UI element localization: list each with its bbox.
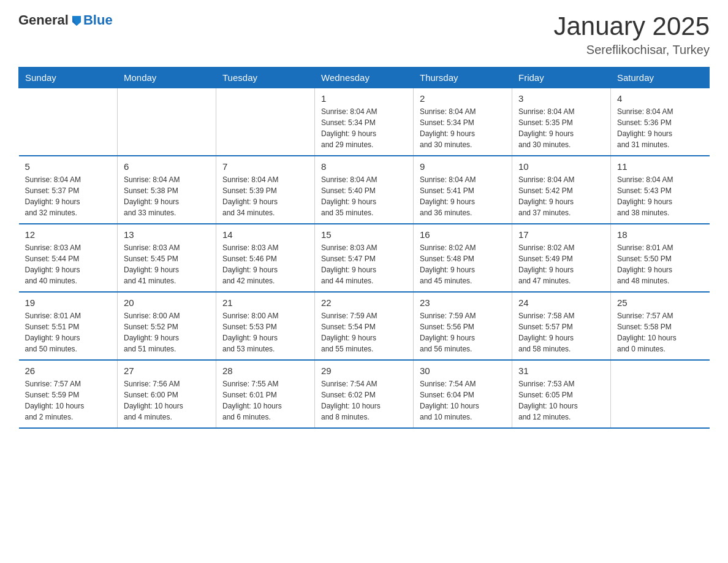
day-number: 29 (321, 366, 407, 376)
table-row (216, 88, 315, 156)
calendar-week-row: 5Sunrise: 8:04 AMSunset: 5:37 PMDaylight… (19, 156, 710, 224)
day-number: 4 (617, 93, 703, 104)
day-info: Sunrise: 8:03 AMSunset: 5:45 PMDaylight:… (124, 242, 210, 286)
day-number: 17 (518, 229, 604, 240)
table-row: 30Sunrise: 7:54 AMSunset: 6:04 PMDayligh… (414, 360, 512, 428)
table-row (118, 88, 216, 156)
day-info: Sunrise: 8:04 AMSunset: 5:34 PMDaylight:… (321, 106, 407, 150)
day-info: Sunrise: 8:02 AMSunset: 5:49 PMDaylight:… (518, 242, 604, 286)
day-number: 5 (25, 161, 112, 172)
day-info: Sunrise: 8:00 AMSunset: 5:53 PMDaylight:… (222, 310, 308, 354)
calendar-header-row: Sunday Monday Tuesday Wednesday Thursday… (19, 67, 710, 88)
day-info: Sunrise: 8:04 AMSunset: 5:41 PMDaylight:… (420, 174, 506, 218)
table-row: 9Sunrise: 8:04 AMSunset: 5:41 PMDaylight… (414, 156, 512, 224)
table-row: 31Sunrise: 7:53 AMSunset: 6:05 PMDayligh… (512, 360, 611, 428)
table-row: 10Sunrise: 8:04 AMSunset: 5:42 PMDayligh… (512, 156, 611, 224)
table-row: 6Sunrise: 8:04 AMSunset: 5:38 PMDaylight… (118, 156, 216, 224)
day-number: 18 (617, 229, 703, 240)
day-info: Sunrise: 8:04 AMSunset: 5:36 PMDaylight:… (617, 106, 703, 150)
day-info: Sunrise: 7:59 AMSunset: 5:54 PMDaylight:… (321, 310, 407, 354)
day-info: Sunrise: 7:55 AMSunset: 6:01 PMDaylight:… (222, 378, 308, 423)
day-info: Sunrise: 7:54 AMSunset: 6:04 PMDaylight:… (420, 378, 506, 423)
day-number: 14 (222, 229, 308, 240)
day-number: 30 (420, 366, 506, 376)
table-row: 26Sunrise: 7:57 AMSunset: 5:59 PMDayligh… (19, 360, 118, 428)
day-number: 22 (321, 297, 407, 308)
day-number: 13 (124, 229, 210, 240)
day-info: Sunrise: 8:04 AMSunset: 5:39 PMDaylight:… (222, 174, 308, 218)
day-info: Sunrise: 8:04 AMSunset: 5:42 PMDaylight:… (518, 174, 604, 218)
table-row: 13Sunrise: 8:03 AMSunset: 5:45 PMDayligh… (118, 224, 216, 292)
day-info: Sunrise: 7:54 AMSunset: 6:02 PMDaylight:… (321, 378, 407, 423)
day-info: Sunrise: 7:56 AMSunset: 6:00 PMDaylight:… (124, 378, 210, 423)
calendar-week-row: 19Sunrise: 8:01 AMSunset: 5:51 PMDayligh… (19, 292, 710, 360)
day-number: 26 (25, 366, 112, 376)
day-number: 27 (124, 366, 210, 376)
day-info: Sunrise: 8:03 AMSunset: 5:46 PMDaylight:… (222, 242, 308, 286)
day-info: Sunrise: 8:04 AMSunset: 5:34 PMDaylight:… (420, 106, 506, 150)
day-info: Sunrise: 7:59 AMSunset: 5:56 PMDaylight:… (420, 310, 506, 354)
day-number: 8 (321, 161, 407, 172)
day-number: 20 (124, 297, 210, 308)
day-info: Sunrise: 8:01 AMSunset: 5:51 PMDaylight:… (25, 310, 112, 354)
col-monday: Monday (118, 67, 216, 88)
col-friday: Friday (512, 67, 611, 88)
calendar-subtitle: Sereflikochisar, Turkey (553, 43, 710, 57)
table-row: 22Sunrise: 7:59 AMSunset: 5:54 PMDayligh… (315, 292, 414, 360)
day-number: 9 (420, 161, 506, 172)
day-info: Sunrise: 8:01 AMSunset: 5:50 PMDaylight:… (617, 242, 703, 286)
table-row: 28Sunrise: 7:55 AMSunset: 6:01 PMDayligh… (216, 360, 315, 428)
day-info: Sunrise: 8:04 AMSunset: 5:40 PMDaylight:… (321, 174, 407, 218)
day-info: Sunrise: 8:03 AMSunset: 5:44 PMDaylight:… (25, 242, 112, 286)
title-block: January 2025 Sereflikochisar, Turkey (553, 12, 710, 57)
day-info: Sunrise: 8:02 AMSunset: 5:48 PMDaylight:… (420, 242, 506, 286)
table-row: 15Sunrise: 8:03 AMSunset: 5:47 PMDayligh… (315, 224, 414, 292)
table-row: 1Sunrise: 8:04 AMSunset: 5:34 PMDaylight… (315, 88, 414, 156)
day-number: 19 (25, 297, 112, 308)
table-row: 19Sunrise: 8:01 AMSunset: 5:51 PMDayligh… (19, 292, 118, 360)
table-row: 17Sunrise: 8:02 AMSunset: 5:49 PMDayligh… (512, 224, 611, 292)
table-row: 2Sunrise: 8:04 AMSunset: 5:34 PMDaylight… (414, 88, 512, 156)
day-number: 1 (321, 93, 407, 104)
day-number: 28 (222, 366, 308, 376)
table-row (611, 360, 710, 428)
calendar-week-row: 12Sunrise: 8:03 AMSunset: 5:44 PMDayligh… (19, 224, 710, 292)
col-thursday: Thursday (414, 67, 512, 88)
day-info: Sunrise: 7:57 AMSunset: 5:59 PMDaylight:… (25, 378, 112, 423)
day-number: 6 (124, 161, 210, 172)
table-row: 27Sunrise: 7:56 AMSunset: 6:00 PMDayligh… (118, 360, 216, 428)
day-number: 25 (617, 297, 703, 308)
table-row: 25Sunrise: 7:57 AMSunset: 5:58 PMDayligh… (611, 292, 710, 360)
calendar-week-row: 1Sunrise: 8:04 AMSunset: 5:34 PMDaylight… (19, 88, 710, 156)
day-number: 15 (321, 229, 407, 240)
table-row: 29Sunrise: 7:54 AMSunset: 6:02 PMDayligh… (315, 360, 414, 428)
col-sunday: Sunday (19, 67, 118, 88)
day-info: Sunrise: 7:57 AMSunset: 5:58 PMDaylight:… (617, 310, 703, 354)
table-row: 14Sunrise: 8:03 AMSunset: 5:46 PMDayligh… (216, 224, 315, 292)
day-info: Sunrise: 8:04 AMSunset: 5:38 PMDaylight:… (124, 174, 210, 218)
calendar-table: Sunday Monday Tuesday Wednesday Thursday… (18, 67, 710, 429)
table-row: 8Sunrise: 8:04 AMSunset: 5:40 PMDaylight… (315, 156, 414, 224)
day-number: 23 (420, 297, 506, 308)
day-info: Sunrise: 8:04 AMSunset: 5:43 PMDaylight:… (617, 174, 703, 218)
table-row: 24Sunrise: 7:58 AMSunset: 5:57 PMDayligh… (512, 292, 611, 360)
day-info: Sunrise: 8:04 AMSunset: 5:37 PMDaylight:… (25, 174, 112, 218)
day-number: 12 (25, 229, 112, 240)
day-number: 11 (617, 161, 703, 172)
table-row: 16Sunrise: 8:02 AMSunset: 5:48 PMDayligh… (414, 224, 512, 292)
day-number: 2 (420, 93, 506, 104)
table-row: 23Sunrise: 7:59 AMSunset: 5:56 PMDayligh… (414, 292, 512, 360)
page-header: General Blue January 2025 Sereflikochisa… (18, 12, 710, 57)
day-info: Sunrise: 7:58 AMSunset: 5:57 PMDaylight:… (518, 310, 604, 354)
table-row: 21Sunrise: 8:00 AMSunset: 5:53 PMDayligh… (216, 292, 315, 360)
calendar-title: January 2025 (553, 12, 710, 40)
table-row: 20Sunrise: 8:00 AMSunset: 5:52 PMDayligh… (118, 292, 216, 360)
day-number: 21 (222, 297, 308, 308)
logo-text-general: General (18, 12, 69, 28)
table-row: 3Sunrise: 8:04 AMSunset: 5:35 PMDaylight… (512, 88, 611, 156)
table-row: 11Sunrise: 8:04 AMSunset: 5:43 PMDayligh… (611, 156, 710, 224)
table-row (19, 88, 118, 156)
col-tuesday: Tuesday (216, 67, 315, 88)
calendar-week-row: 26Sunrise: 7:57 AMSunset: 5:59 PMDayligh… (19, 360, 710, 428)
table-row: 12Sunrise: 8:03 AMSunset: 5:44 PMDayligh… (19, 224, 118, 292)
